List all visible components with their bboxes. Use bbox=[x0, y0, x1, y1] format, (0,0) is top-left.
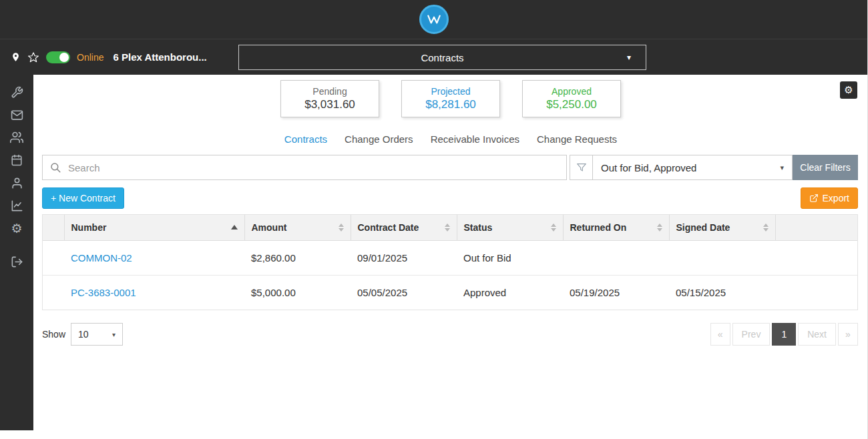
sort-icon bbox=[657, 224, 662, 232]
export-icon bbox=[809, 193, 819, 203]
sidebar-item-tools[interactable] bbox=[5, 81, 28, 103]
cell-amount: $2,860.00 bbox=[244, 240, 351, 275]
project-name[interactable]: 6 Plex Attenborou... bbox=[113, 51, 206, 63]
cell-amount: $5,000.00 bbox=[244, 275, 351, 310]
team-icon bbox=[10, 131, 23, 144]
column-header-amount[interactable]: Amount bbox=[244, 215, 351, 240]
column-header-number[interactable]: Number bbox=[64, 215, 244, 240]
online-toggle-knob bbox=[59, 53, 69, 62]
sidebar-item-calendar[interactable] bbox=[5, 149, 28, 171]
search-icon bbox=[43, 161, 68, 173]
table-header-spacer bbox=[43, 215, 64, 240]
main-content: ⚙ Pending $3,031.60 Projected $8,281.60 … bbox=[33, 75, 868, 439]
page-button-1[interactable]: 1 bbox=[772, 323, 796, 346]
sidebar-item-user[interactable] bbox=[5, 171, 28, 194]
pagination: « Prev 1 Next » bbox=[710, 323, 858, 346]
export-button[interactable]: Export bbox=[801, 187, 858, 209]
project-controls: Online 6 Plex Attenborou... bbox=[11, 39, 207, 75]
sort-icon bbox=[445, 224, 450, 232]
page-selector-value: Contracts bbox=[421, 52, 463, 63]
cell-status: Out for Bid bbox=[457, 240, 563, 275]
summary-card-projected[interactable]: Projected $8,281.60 bbox=[401, 80, 500, 117]
table-row: PC-3683-0001 $5,000.00 05/05/2025 Approv… bbox=[43, 275, 857, 310]
summary-card-pending[interactable]: Pending $3,031.60 bbox=[280, 80, 379, 117]
first-page-button[interactable]: « bbox=[710, 323, 730, 346]
project-bar: Online 6 Plex Attenborou... Contracts ▾ bbox=[0, 39, 867, 75]
location-pin-icon[interactable] bbox=[11, 51, 21, 63]
cell-contract-date: 09/01/2025 bbox=[351, 240, 457, 275]
top-logo-bar bbox=[0, 0, 867, 39]
sidebar-item-settings[interactable]: ⚙ bbox=[5, 217, 28, 240]
mail-icon bbox=[11, 109, 23, 121]
sidebar-item-reports[interactable] bbox=[5, 194, 28, 217]
cell-signed-date: 05/15/2025 bbox=[669, 275, 775, 310]
search-box bbox=[42, 155, 567, 180]
tools-icon bbox=[11, 86, 23, 99]
status-filter-value: Out for Bid, Approved bbox=[601, 162, 696, 173]
sort-ascending-icon bbox=[231, 225, 238, 230]
page-size-control: Show 10 ▾ bbox=[42, 323, 123, 346]
export-button-label: Export bbox=[823, 193, 849, 203]
reports-icon bbox=[11, 199, 23, 212]
contract-number-link[interactable]: COMMON-02 bbox=[71, 252, 132, 264]
app-window: Online 6 Plex Attenborou... Contracts ▾ bbox=[0, 0, 868, 439]
favorite-star-icon[interactable] bbox=[27, 51, 39, 63]
new-contract-button[interactable]: + New Contract bbox=[42, 187, 124, 209]
card-label: Projected bbox=[431, 86, 470, 97]
table-header-row: Number Amount Contract bbox=[43, 215, 857, 240]
tab-change-requests[interactable]: Change Requests bbox=[537, 133, 617, 145]
card-value: $8,281.60 bbox=[425, 98, 476, 111]
chevron-down-icon: ▾ bbox=[112, 331, 116, 338]
contracts-table: Number Amount Contract bbox=[42, 214, 858, 310]
chevron-down-icon: ▾ bbox=[627, 53, 631, 62]
user-icon bbox=[11, 177, 23, 189]
card-value: $5,250.00 bbox=[546, 98, 597, 111]
card-value: $3,031.60 bbox=[304, 98, 355, 111]
filter-row: Out for Bid, Approved ▾ Clear Filters bbox=[42, 155, 858, 180]
page-size-value: 10 bbox=[78, 329, 89, 340]
clear-filters-button[interactable]: Clear Filters bbox=[793, 155, 858, 180]
card-label: Approved bbox=[552, 86, 592, 97]
logo-mark-icon bbox=[425, 11, 443, 28]
sign-out-icon bbox=[11, 256, 23, 268]
chevron-down-icon: ▾ bbox=[780, 163, 784, 172]
tab-contracts[interactable]: Contracts bbox=[284, 133, 327, 145]
sidebar-item-team[interactable] bbox=[5, 126, 28, 149]
cell-returned-on: 05/19/2025 bbox=[563, 275, 669, 310]
app-logo[interactable] bbox=[419, 5, 449, 34]
search-input[interactable] bbox=[68, 155, 566, 179]
online-label: Online bbox=[77, 52, 103, 63]
status-filter-dropdown[interactable]: Out for Bid, Approved ▾ bbox=[592, 155, 793, 180]
table-row: COMMON-02 $2,860.00 09/01/2025 Out for B… bbox=[43, 240, 857, 275]
sidebar-item-sign-out[interactable] bbox=[5, 250, 28, 273]
card-label: Pending bbox=[312, 86, 347, 97]
prev-page-button[interactable]: Prev bbox=[732, 323, 771, 346]
next-page-button[interactable]: Next bbox=[798, 323, 836, 346]
sidebar: ⚙ bbox=[0, 75, 33, 430]
cell-returned-on bbox=[563, 240, 669, 275]
page-size-select[interactable]: 10 ▾ bbox=[71, 323, 123, 346]
page-selector-dropdown[interactable]: Contracts ▾ bbox=[238, 45, 646, 70]
tab-receivable-invoices[interactable]: Receivable Invoices bbox=[431, 133, 519, 145]
summary-card-approved[interactable]: Approved $5,250.00 bbox=[522, 80, 621, 117]
sort-icon bbox=[339, 224, 344, 232]
tab-change-orders[interactable]: Change Orders bbox=[345, 133, 413, 145]
summary-cards: Pending $3,031.60 Projected $8,281.60 Ap… bbox=[33, 80, 868, 117]
section-tabs: Contracts Change Orders Receivable Invoi… bbox=[33, 133, 868, 145]
contract-number-link[interactable]: PC-3683-0001 bbox=[71, 287, 136, 298]
column-header-status[interactable]: Status bbox=[457, 215, 563, 240]
funnel-icon bbox=[576, 162, 587, 173]
column-header-contract-date[interactable]: Contract Date bbox=[351, 215, 457, 240]
cell-signed-date bbox=[669, 240, 775, 275]
sort-icon bbox=[551, 224, 556, 232]
column-header-returned-on[interactable]: Returned On bbox=[563, 215, 669, 240]
calendar-icon bbox=[11, 154, 23, 166]
sidebar-item-mail[interactable] bbox=[5, 103, 28, 126]
show-label: Show bbox=[42, 329, 65, 340]
last-page-button[interactable]: » bbox=[838, 323, 858, 346]
table-header-actions bbox=[775, 215, 857, 240]
column-header-signed-date[interactable]: Signed Date bbox=[669, 215, 775, 240]
online-toggle[interactable] bbox=[46, 51, 70, 63]
status-filter-icon-box bbox=[570, 155, 592, 180]
sort-icon bbox=[763, 224, 769, 232]
